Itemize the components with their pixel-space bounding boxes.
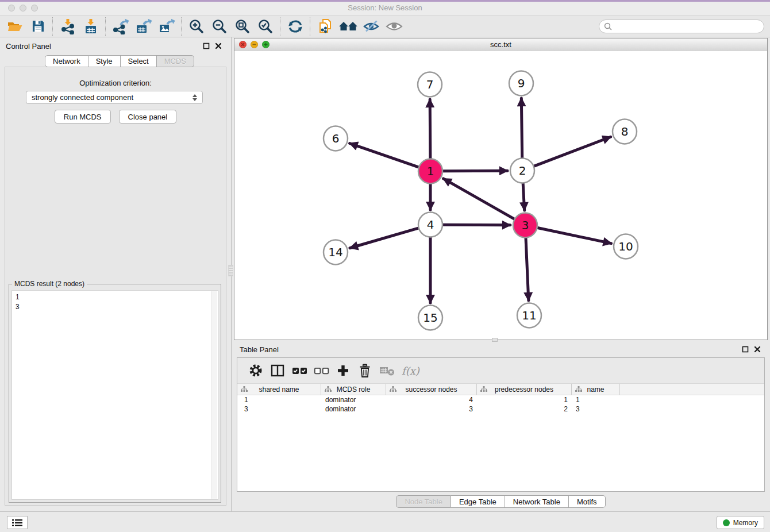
panel-divider-grip[interactable] — [228, 265, 233, 276]
task-history-button[interactable] — [7, 516, 28, 529]
tab-network[interactable]: Network — [45, 55, 88, 67]
float-panel-icon[interactable] — [742, 346, 749, 353]
refresh-view-button[interactable] — [284, 17, 307, 36]
show-all-button[interactable] — [383, 17, 406, 36]
table-row[interactable]: 3dominator323 — [237, 404, 764, 414]
table-cell[interactable]: 2 — [477, 405, 572, 413]
mcds-result-area[interactable]: 1 3 — [11, 290, 218, 500]
save-session-button[interactable] — [26, 17, 49, 36]
export-image-button[interactable] — [155, 17, 178, 36]
graph-node-11[interactable]: 11 — [517, 303, 541, 328]
zoom-selected-icon — [257, 18, 274, 35]
tab-style[interactable]: Style — [88, 55, 121, 67]
export-network-icon — [112, 18, 129, 34]
table-cell[interactable]: dominator — [321, 396, 386, 404]
search-input[interactable] — [615, 22, 759, 31]
memory-button[interactable]: Memory — [717, 516, 764, 529]
table-cell[interactable]: dominator — [321, 405, 386, 413]
column-header[interactable]: successor nodes — [386, 384, 477, 395]
table-settings-button[interactable] — [245, 360, 266, 381]
graph-node-14[interactable]: 14 — [324, 240, 348, 265]
column-type-icon — [390, 386, 396, 392]
table-cell[interactable]: 1 — [477, 396, 572, 404]
graph-node-10[interactable]: 10 — [614, 234, 638, 259]
horizontal-divider-grip[interactable] — [492, 338, 498, 342]
memory-label: Memory — [733, 519, 758, 527]
graph-edge-1-6[interactable] — [350, 143, 419, 167]
network-canvas[interactable]: 7968124314101511 — [234, 51, 767, 340]
main-toolbar — [0, 16, 770, 37]
import-table-button[interactable] — [79, 17, 102, 36]
graph-node-9[interactable]: 9 — [509, 71, 533, 96]
svg-text:3: 3 — [522, 218, 529, 232]
table-row[interactable]: 1dominator411 — [237, 395, 764, 404]
table-cell[interactable]: 4 — [386, 396, 477, 404]
column-header[interactable]: predecessor nodes — [477, 384, 572, 395]
graph-node-2[interactable]: 2 — [510, 159, 534, 183]
dropdown-stepper-icon — [192, 94, 197, 101]
import-network-button[interactable] — [56, 17, 79, 36]
float-panel-icon[interactable] — [203, 43, 210, 49]
tab-select[interactable]: Select — [121, 55, 157, 67]
graph-node-3[interactable]: 3 — [513, 213, 537, 238]
column-type-icon — [480, 386, 487, 392]
tab-mcds[interactable]: MCDS — [157, 55, 194, 67]
first-neighbors-button[interactable] — [337, 17, 360, 36]
graph-edge-1-7[interactable] — [430, 99, 430, 159]
graph-edge-4-3[interactable] — [443, 225, 510, 225]
export-network-button[interactable] — [109, 17, 132, 36]
graph-node-8[interactable]: 8 — [613, 119, 637, 144]
svg-text:8: 8 — [621, 125, 629, 138]
zoom-selected-button[interactable] — [254, 17, 277, 36]
unselect-all-columns-button[interactable] — [311, 360, 332, 381]
tab-edge-table[interactable]: Edge Table — [451, 495, 505, 508]
graph-edge-3-11[interactable] — [526, 238, 529, 300]
graph-edge-2-9[interactable] — [521, 98, 522, 158]
svg-text:6: 6 — [332, 132, 340, 145]
tab-motifs[interactable]: Motifs — [569, 495, 606, 508]
gear-icon — [248, 363, 263, 378]
table-cell[interactable]: 3 — [237, 405, 321, 413]
graph-edge-1-2[interactable] — [443, 171, 507, 171]
table-header-row: shared nameMCDS rolesuccessor nodesprede… — [237, 383, 764, 395]
network-graph[interactable]: 7968124314101511 — [234, 51, 767, 340]
result-scrollbar[interactable] — [211, 291, 217, 499]
close-panel-icon[interactable] — [215, 43, 222, 49]
graph-node-15[interactable]: 15 — [418, 306, 442, 330]
select-all-columns-button[interactable] — [289, 360, 310, 381]
table-cell[interactable]: 1 — [237, 396, 321, 404]
table-cell[interactable]: 1 — [572, 396, 620, 404]
zoom-in-button[interactable] — [185, 17, 208, 36]
column-header[interactable]: name — [572, 384, 620, 395]
graph-node-1[interactable]: 1 — [418, 159, 442, 184]
column-header[interactable]: MCDS role — [321, 384, 386, 395]
criterion-dropdown[interactable]: strongly connected component — [26, 91, 203, 104]
houses-icon — [338, 20, 358, 33]
open-session-button[interactable] — [3, 17, 26, 36]
control-panel-header: Control Panel — [2, 39, 229, 53]
hide-selected-button[interactable] — [360, 17, 383, 36]
run-mcds-button[interactable]: Run MCDS — [55, 110, 111, 124]
close-panel-icon[interactable] — [754, 346, 761, 353]
column-header[interactable]: shared name — [237, 384, 321, 395]
graph-node-4[interactable]: 4 — [418, 213, 442, 237]
graph-edge-2-3[interactable] — [523, 183, 524, 210]
export-table-button[interactable] — [132, 17, 155, 36]
graph-node-7[interactable]: 7 — [418, 72, 442, 97]
table-cell[interactable]: 3 — [386, 405, 477, 413]
graph-edge-2-8[interactable] — [534, 137, 611, 166]
close-panel-button[interactable]: Close panel — [119, 110, 177, 124]
graph-edge-3-10[interactable] — [538, 228, 611, 244]
delete-column-button[interactable] — [355, 360, 375, 381]
create-column-button[interactable] — [333, 360, 353, 381]
fit-content-button[interactable] — [231, 17, 254, 36]
split-table-button[interactable] — [267, 360, 288, 381]
table-cell[interactable]: 3 — [572, 405, 620, 413]
graph-node-6[interactable]: 6 — [324, 126, 348, 151]
zoom-out-button[interactable] — [208, 17, 231, 36]
graph-edge-3-1[interactable] — [444, 179, 514, 219]
tab-node-table[interactable]: Node Table — [396, 495, 451, 508]
clone-network-button[interactable] — [314, 17, 337, 36]
graph-edge-4-14[interactable] — [350, 228, 418, 248]
tab-network-table[interactable]: Network Table — [505, 495, 569, 508]
